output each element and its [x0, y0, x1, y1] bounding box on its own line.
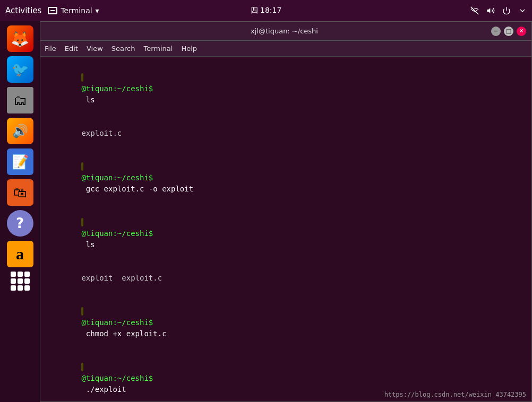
dock-icon-writer[interactable] — [7, 148, 33, 175]
maximize-button[interactable]: □ — [504, 27, 513, 36]
cmd-4: ls — [81, 240, 95, 249]
prompt-host-1: @tiquan:~/ceshi$ — [81, 84, 153, 93]
terminal-line-2: exploit.c — [46, 117, 526, 150]
terminal-line-5: exploit exploit.c — [46, 261, 526, 295]
menu-edit[interactable]: Edit — [65, 45, 78, 53]
terminal-app-icon — [48, 7, 57, 14]
dock-icon-help[interactable] — [7, 210, 33, 237]
menu-file[interactable]: File — [45, 45, 56, 53]
window-controls: − □ ✕ — [491, 27, 526, 36]
dock-icon-amazon[interactable] — [7, 241, 33, 267]
more-icon[interactable] — [518, 6, 527, 15]
cmd-3: gcc exploit.c -o exploit — [81, 185, 193, 193]
activities-button[interactable]: Activities — [5, 6, 41, 15]
terminal-line-3: @tiquan:~/ceshi$ gcc exploit.c -o exploi… — [46, 150, 526, 206]
terminal-app-label: Terminal — [61, 6, 92, 15]
bottom-url: https://blog.csdn.net/weixin_43742395 — [384, 391, 526, 398]
menu-view[interactable]: View — [87, 45, 103, 53]
cmd-1: ls — [81, 95, 95, 104]
terminal-app-button[interactable]: Terminal ▾ — [48, 6, 99, 15]
terminal-line-4: @tiquan:~/ceshi$ ls — [46, 206, 526, 261]
dock-icon-thunderbird[interactable] — [7, 56, 33, 83]
menu-terminal[interactable]: Terminal — [143, 45, 173, 53]
output-5: exploit exploit.c — [81, 274, 162, 282]
dock-icon-sound[interactable] — [7, 118, 33, 144]
prompt-host-6: @tiquan:~/ceshi$ — [81, 318, 153, 327]
topbar-left: Activities Terminal ▾ — [5, 6, 99, 15]
network-icon[interactable] — [470, 6, 479, 15]
terminal-dropdown-icon[interactable]: ▾ — [96, 6, 99, 15]
menu-help[interactable]: Help — [181, 45, 197, 53]
cmd-7: ./exploit — [81, 385, 126, 394]
prompt-host-7: @tiquan:~/ceshi$ — [81, 374, 153, 382]
terminal-line-1: @tiquan:~/ceshi$ ls — [46, 61, 526, 117]
terminal-title: xjl@tiquan: ~/ceshi — [78, 27, 491, 35]
close-button[interactable]: ✕ — [517, 27, 526, 36]
minimize-button[interactable]: − — [491, 27, 501, 36]
dock-icon-firefox[interactable] — [7, 25, 33, 52]
prompt-block-4 — [81, 218, 83, 226]
topbar: Activities Terminal ▾ 四 18:17 — [0, 0, 532, 21]
output-2: exploit.c — [81, 129, 122, 137]
terminal-line-6: @tiquan:~/ceshi$ chmod +x exploit.c — [46, 295, 526, 351]
dock-icon-files[interactable] — [7, 87, 33, 113]
prompt-host-3: @tiquan:~/ceshi$ — [81, 173, 153, 182]
terminal-titlebar: xjl@tiquan: ~/ceshi − □ ✕ — [40, 22, 531, 41]
svg-marker-0 — [487, 8, 490, 13]
terminal-body[interactable]: @tiquan:~/ceshi$ ls exploit.c @tiquan:~/… — [40, 57, 531, 401]
terminal-menubar: File Edit View Search Terminal Help — [40, 41, 531, 57]
cmd-6: chmod +x exploit.c — [81, 329, 166, 338]
topbar-time: 四 18:17 — [251, 6, 282, 15]
topbar-right — [470, 6, 527, 15]
main-layout: xjl@tiquan: ~/ceshi − □ ✕ File Edit View… — [0, 21, 532, 402]
dock — [0, 21, 40, 402]
topbar-clock[interactable]: 四 18:17 — [251, 6, 282, 15]
sound-icon[interactable] — [486, 6, 495, 15]
dock-icon-appgrid[interactable] — [7, 272, 33, 298]
power-icon[interactable] — [502, 6, 511, 15]
prompt-block-7 — [81, 363, 83, 371]
prompt-block-6 — [81, 307, 83, 316]
menu-search[interactable]: Search — [111, 45, 135, 53]
prompt-host-4: @tiquan:~/ceshi$ — [81, 229, 153, 238]
terminal-window: xjl@tiquan: ~/ceshi − □ ✕ File Edit View… — [40, 21, 532, 402]
prompt-block-1 — [81, 73, 83, 82]
prompt-block-3 — [81, 162, 83, 171]
dock-icon-appstore[interactable] — [7, 179, 33, 206]
